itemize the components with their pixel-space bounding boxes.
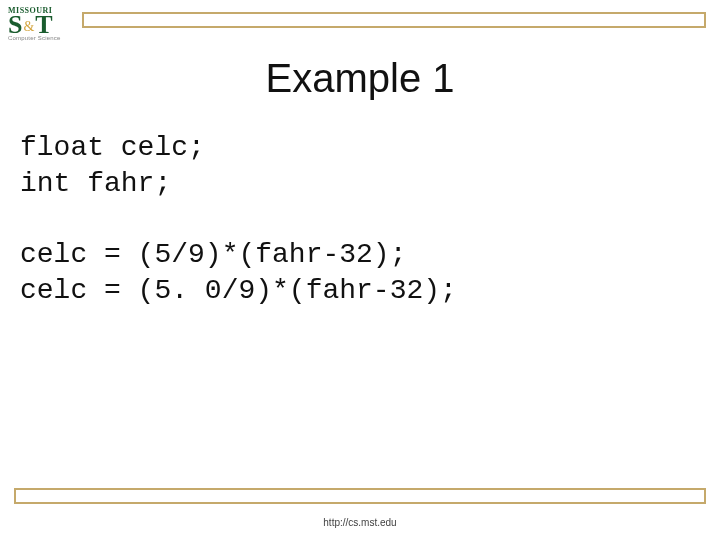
logo-letter-t: T	[35, 15, 52, 36]
footer-url: http://cs.mst.edu	[0, 517, 720, 528]
logo-mid: S & T	[8, 15, 76, 36]
logo-letter-s: S	[8, 15, 22, 36]
footer-divider-bar	[14, 488, 706, 504]
code-example: float celc; int fahr; celc = (5/9)*(fahr…	[20, 130, 700, 309]
logo-subtitle: Computer Science	[8, 35, 76, 41]
code-line: celc = (5. 0/9)*(fahr-32);	[20, 275, 457, 306]
logo-ampersand: &	[23, 21, 34, 32]
university-logo: MISSOURI S & T Computer Science	[8, 6, 76, 48]
slide-title: Example 1	[0, 56, 720, 101]
code-line: int fahr;	[20, 168, 171, 199]
code-line: celc = (5/9)*(fahr-32);	[20, 239, 406, 270]
code-line: float celc;	[20, 132, 205, 163]
header-divider-bar	[82, 12, 706, 28]
